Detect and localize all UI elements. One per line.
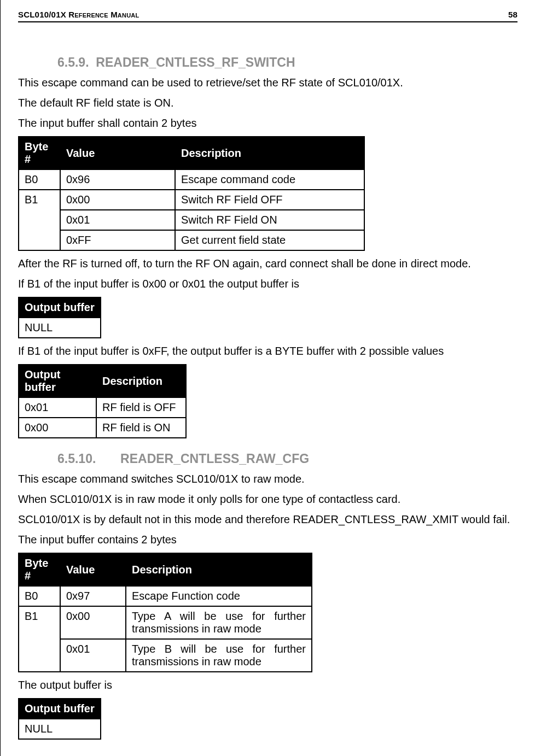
paragraph: When SCL010/01X is in raw mode it only p…: [18, 492, 517, 507]
col-description: Description: [175, 137, 364, 169]
cell-buf: 0x00: [19, 418, 96, 438]
col-description: Description: [126, 553, 312, 586]
cell-byte: B0: [19, 169, 60, 190]
paragraph: This escape command switches SCL010/01X …: [18, 472, 517, 487]
cell-desc: Escape Function code: [126, 586, 312, 606]
table-row: 0x01 RF field is OFF: [19, 397, 186, 418]
cell-desc: Type A will be use for further transmiss…: [126, 606, 312, 639]
header-bar: SCL010/01X Reference Manual 58: [18, 10, 517, 22]
paragraph: The output buffer is: [18, 678, 517, 693]
col-value: Value: [60, 553, 126, 586]
output-buffer-table-state: Output buffer Description 0x01 RF field …: [18, 364, 187, 438]
section-heading-rf-switch: 6.5.9. READER_CNTLESS_RF_SWITCH: [57, 55, 517, 70]
table-row: 0x00 RF field is ON: [19, 418, 186, 438]
paragraph: This escape command can be used to retri…: [18, 75, 517, 90]
page-number: 58: [508, 10, 517, 19]
paragraph: After the RF is turned off, to turn the …: [18, 256, 517, 271]
cell-value: NULL: [19, 318, 101, 338]
input-buffer-table-raw-cfg: Byte # Value Description B0 0x97 Escape …: [18, 553, 312, 672]
page-container: SCL010/01X Reference Manual 58 6.5.9. RE…: [0, 0, 535, 756]
col-output-buffer: Output buffer: [19, 297, 101, 318]
table-row: NULL: [19, 318, 101, 338]
section-title: READER_CNTLESS_RAW_CFG: [120, 452, 309, 466]
table-header-row: Byte # Value Description: [19, 553, 312, 586]
col-description: Description: [96, 365, 186, 397]
input-buffer-table-rf-switch: Byte # Value Description B0 0x96 Escape …: [18, 136, 365, 251]
cell-value: 0xFF: [60, 230, 175, 250]
cell-byte: B1: [19, 606, 60, 672]
cell-value: 0x01: [60, 210, 175, 230]
col-output-buffer: Output buffer: [19, 699, 101, 719]
table-row: B1 0x00 Switch RF Field OFF: [19, 190, 364, 210]
col-byte: Byte #: [19, 553, 60, 586]
table-row: B0 0x97 Escape Function code: [19, 586, 312, 606]
table-header-row: Output buffer: [19, 699, 101, 719]
doc-title: SCL010/01X Reference Manual: [18, 10, 139, 19]
cell-desc: Get current field state: [175, 230, 364, 250]
table-row: B1 0x00 Type A will be use for further t…: [19, 606, 312, 639]
table-row: B0 0x96 Escape command code: [19, 169, 364, 190]
col-output-buffer: Output buffer: [19, 365, 96, 397]
cell-value: 0x00: [60, 190, 175, 210]
table-header-row: Byte # Value Description: [19, 137, 364, 169]
output-buffer-table-null-1: Output buffer NULL: [18, 297, 101, 338]
cell-byte: B0: [19, 586, 60, 606]
cell-value: NULL: [19, 719, 101, 739]
cell-value: 0x00: [60, 606, 126, 639]
section-heading-raw-cfg: 6.5.10. READER_CNTLESS_RAW_CFG: [57, 452, 517, 466]
cell-desc: Switch RF Field ON: [175, 210, 364, 230]
table-header-row: Output buffer: [19, 297, 101, 318]
col-value: Value: [60, 137, 175, 169]
paragraph: The input buffer contains 2 bytes: [18, 532, 517, 547]
col-byte: Byte #: [19, 137, 60, 169]
cell-value: 0x01: [60, 639, 126, 672]
paragraph: If B1 of the input buffer is 0x00 or 0x0…: [18, 277, 517, 291]
table-row: 0x01 Switch RF Field ON: [19, 210, 364, 230]
table-row: 0x01 Type B will be use for further tran…: [19, 639, 312, 672]
section-title: READER_CNTLESS_RF_SWITCH: [96, 55, 295, 69]
cell-desc: Escape command code: [175, 169, 364, 190]
cell-value: 0x96: [60, 169, 175, 190]
table-row: NULL: [19, 719, 101, 739]
cell-desc: Switch RF Field OFF: [175, 190, 364, 210]
table-row: 0xFF Get current field state: [19, 230, 364, 250]
cell-desc: RF field is OFF: [96, 397, 186, 418]
section-number: 6.5.9.: [57, 55, 89, 70]
paragraph: The default RF field state is ON.: [18, 96, 517, 110]
cell-buf: 0x01: [19, 397, 96, 418]
cell-desc: RF field is ON: [96, 418, 186, 438]
cell-desc: Type B will be use for further transmiss…: [126, 639, 312, 672]
paragraph: The input buffer shall contain 2 bytes: [18, 116, 517, 131]
paragraph: If B1 of the input buffer is 0xFF, the o…: [18, 344, 517, 359]
cell-value: 0x97: [60, 586, 126, 606]
paragraph: SCL010/01X is by default not in this mod…: [18, 512, 517, 527]
section-number: 6.5.10.: [57, 452, 96, 466]
cell-byte: B1: [19, 190, 60, 250]
output-buffer-table-null-2: Output buffer NULL: [18, 698, 101, 740]
table-header-row: Output buffer Description: [19, 365, 186, 397]
